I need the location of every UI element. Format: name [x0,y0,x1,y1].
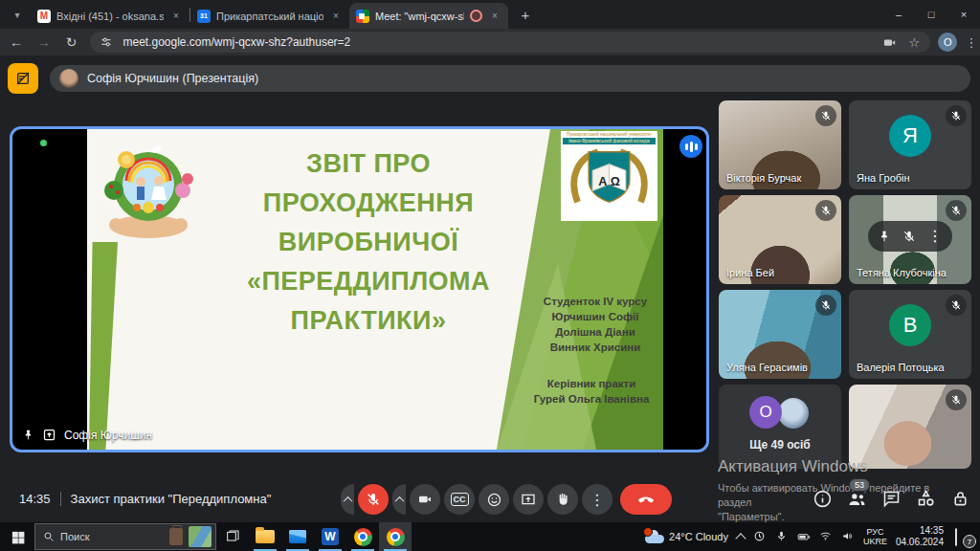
pop-out-icon[interactable] [42,428,56,442]
windows-taskbar: Поиск W 24°C Cloudy [0,522,980,551]
tile-valeria[interactable]: В Валерія Потоцька [849,290,971,379]
system-tray: 24°C Cloudy РУСUKRE 14:3504.06.202 [645,522,980,551]
url-text[interactable]: meet.google.com/wmj-qcxw-shz?authuser=2 [122,35,873,49]
avatar: Я [889,115,931,157]
participant-name: Валерія Потоцька [857,362,945,373]
annotation-off-button[interactable] [8,63,38,94]
recording-dot-icon [40,140,47,146]
participant-name: Ірина Бей [726,267,774,278]
language-indicator[interactable]: РУСUKRE [863,527,887,546]
meeting-time: 14:35 [19,492,51,506]
news-widget-icon [169,528,183,545]
search-icon [43,531,55,542]
tile-hover-controls: ⋮ [868,221,952,252]
people-panel-icon[interactable]: 53 [847,489,867,509]
hidden-icons-chevron[interactable] [735,533,746,543]
meeting-panels: 53 [813,489,970,509]
tab-university[interactable]: 31 Прикарпатський національни × [190,3,349,29]
maximize-button[interactable]: □ [915,0,947,29]
activities-icon[interactable] [916,489,936,509]
forward-icon[interactable]: → [33,31,56,54]
taskbar-search[interactable]: Поиск [34,523,216,550]
avatar: О [749,396,782,429]
participant-count-badge: 53 [849,478,870,492]
meeting-details-icon[interactable] [813,489,833,509]
action-center-icon[interactable]: 7 [955,529,972,544]
sync-tray-icon[interactable] [753,530,767,543]
calendar-favicon-icon: 31 [197,10,211,23]
pin-icon[interactable] [22,429,34,441]
weather-widget[interactable]: 24°C Cloudy [645,530,728,543]
end-call-button[interactable] [620,484,672,515]
mic-off-icon [946,105,967,126]
tile-viktoria[interactable]: Вікторія Бурчак [719,100,841,189]
captions-button[interactable]: CC [444,484,475,515]
reactions-button[interactable] [479,484,509,515]
present-button[interactable] [513,484,544,515]
tile-ulyana[interactable]: Уляна Герасимів [719,290,841,379]
tab-close-icon[interactable]: × [169,10,183,23]
minimize-button[interactable]: – [882,0,915,29]
window-controls: – □ × [882,0,980,29]
camera-button[interactable] [410,484,440,515]
more-options-icon[interactable]: ⋮ [927,227,943,245]
tab-gmail[interactable]: M Вхідні (451) - oksana.selepiy@p × [31,3,189,29]
svg-text:Α Ω: Α Ω [598,174,620,187]
back-icon[interactable]: ← [5,31,28,54]
more-options-button[interactable]: ⋮ [582,484,612,515]
presentation-tile[interactable]: ЗВІТ ПРО ПРОХОДЖЕННЯ ВИРОБНИЧОЇ «ПЕРЕДДИ… [10,126,709,452]
gmail-favicon-icon: M [37,10,51,23]
volume-tray-icon[interactable] [841,530,855,543]
tab-close-icon[interactable]: × [488,10,501,23]
participant-grid: Вікторія Бурчак Я Яна Гробін Ірина Бей [719,100,971,469]
host-controls-icon[interactable] [950,489,970,509]
tab-close-icon[interactable]: × [329,10,343,23]
presenter-avatar [59,69,78,88]
mic-muted-button[interactable] [358,484,389,515]
wifi-tray-icon[interactable] [819,530,833,543]
browser-menu-icon[interactable]: ⋮ [963,33,980,51]
tab-meet-active[interactable]: Meet: "wmj-qcxw-shz" × [349,3,508,29]
tile-iryna[interactable]: Ірина Бей [719,195,841,284]
meeting-info: 14:35 Захист практики "Переддипломна" [19,492,271,506]
bookmark-star-icon[interactable]: ☆ [905,33,923,51]
tile-yana[interactable]: Я Яна Гробін [849,100,971,189]
tab-media-camera-icon[interactable] [880,33,898,51]
word-button[interactable]: W [314,522,346,551]
reload-icon[interactable]: ↻ [60,31,83,54]
tile-unnamed[interactable] [849,385,971,469]
emblem-school-text: Івано-Франківський фаховий коледж [563,138,656,144]
college-emblem: Прикарпатський національний університет … [561,131,657,221]
mic-options-chevron[interactable] [341,484,354,515]
mic-off-icon [946,389,967,410]
mic-off-icon [815,200,836,221]
address-bar[interactable]: meet.google.com/wmj-qcxw-shz?authuser=2 … [90,32,930,53]
pin-icon[interactable] [878,230,891,243]
mail-button[interactable] [281,522,314,551]
task-view-button[interactable] [216,522,249,551]
camera-options-chevron[interactable] [392,484,406,515]
tab-search-icon[interactable]: ▾ [8,5,27,24]
new-tab-button[interactable]: + [514,3,537,26]
raise-hand-button[interactable] [547,484,578,515]
mic-tray-icon[interactable] [775,530,789,543]
tile-more-people[interactable]: О Ще 49 осіб [719,385,841,469]
participant-name: Яна Гробін [857,172,910,184]
tab-title: Прикарпатський національни [216,11,323,22]
window-close-button[interactable]: × [947,0,980,29]
taskbar-clock[interactable]: 14:3504.06.2024 [896,525,944,548]
chrome-active-button[interactable] [379,522,412,551]
start-button[interactable] [0,522,34,551]
file-explorer-button[interactable] [249,522,281,551]
mute-icon[interactable] [902,230,916,243]
battery-tray-icon[interactable] [797,530,811,543]
participant-name: Вікторія Бурчак [726,172,801,184]
more-people-label: Ще 49 осіб [719,438,841,452]
chat-panel-icon[interactable] [881,489,902,509]
chrome-button[interactable] [346,522,379,551]
tile-tetyana[interactable]: ⋮ Тетяна Клубочкіна [849,195,971,284]
presenter-banner: Софія Юрчишин (Презентація) [50,65,970,92]
site-info-icon[interactable] [98,33,115,51]
profile-avatar[interactable]: O [938,33,957,52]
participant-name: Тетяна Клубочкіна [857,267,947,278]
